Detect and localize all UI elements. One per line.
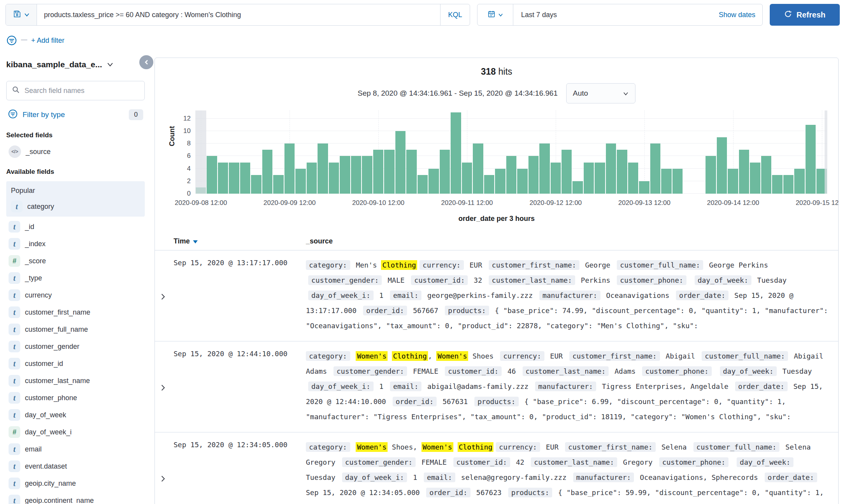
histogram-bar [539, 144, 549, 194]
field-item-day_of_week_i[interactable]: #day_of_week_i [6, 424, 145, 441]
highlighted-term: Clothing [381, 260, 417, 270]
field-name: event.dataset [25, 462, 67, 471]
highlighted-term: Women's [436, 351, 468, 361]
source-column-header: _source [306, 237, 333, 245]
discover-main-panel: 318 hits Sep 8, 2020 @ 14:34:16.961 - Se… [154, 58, 839, 504]
field-item-email[interactable]: temail [6, 441, 145, 458]
histogram-bar [384, 150, 394, 194]
highlighted-term: Clothing [392, 351, 428, 361]
add-filter-button[interactable]: + Add filter [31, 37, 65, 45]
quick-select-menu-button[interactable] [477, 4, 513, 25]
field-item-customer_gender[interactable]: tcustomer_gender [6, 338, 145, 355]
histogram-time-range: Sep 8, 2020 @ 14:34:16.961 - Sep 15, 202… [358, 89, 558, 98]
field-chip: customer_last_name: [531, 457, 617, 467]
query-text: products.taxless_price >= 60 AND categor… [44, 11, 241, 19]
field-item-_score[interactable]: #_score [6, 252, 145, 270]
histogram-bar [329, 163, 339, 194]
histogram-bar [362, 156, 372, 194]
field-chip: currency: [500, 351, 544, 361]
field-chip: customer_first_name: [565, 442, 656, 452]
field-chip: day_of_week_i: [342, 472, 407, 482]
time-column-header[interactable]: Time [174, 237, 306, 245]
expand-row-icon[interactable] [155, 257, 174, 333]
y-tick-label: 12 [175, 115, 191, 122]
time-range-value[interactable]: Last 7 days [513, 11, 719, 19]
y-tick-label: 4 [175, 165, 191, 173]
collapse-sidebar-button[interactable] [139, 55, 153, 69]
number-field-icon: # [9, 255, 20, 267]
field-chip: customer_phone: [659, 457, 729, 467]
field-item-_index[interactable]: t_index [6, 235, 145, 252]
field-chip: customer_last_name: [523, 366, 609, 376]
histogram-bar [295, 169, 305, 194]
field-item-customer_first_name[interactable]: tcustomer_first_name [6, 304, 145, 321]
field-item-customer_id[interactable]: tcustomer_id [6, 355, 145, 372]
histogram-bar [218, 163, 228, 194]
field-item-customer_phone[interactable]: tcustomer_phone [6, 389, 145, 406]
histogram-bar [672, 169, 683, 194]
field-chip: day_of_week: [695, 275, 751, 285]
field-chip: customer_first_name: [489, 260, 579, 270]
out-of-range-shade-right [825, 110, 827, 194]
interval-select[interactable]: Auto [566, 83, 635, 103]
histogram-bar [428, 169, 439, 194]
field-name: _index [25, 240, 46, 248]
query-input[interactable]: products.taxless_price >= 60 AND categor… [37, 4, 440, 25]
text-field-icon: t [9, 495, 20, 504]
field-item-geoip.continent_name[interactable]: tgeoip.continent_name [6, 492, 145, 504]
popular-fields-list: tcategory [9, 198, 142, 215]
index-pattern-switch-chevron-icon[interactable] [107, 62, 114, 67]
text-field-icon: t [9, 409, 20, 421]
field-item-customer_last_name[interactable]: tcustomer_last_name [6, 372, 145, 389]
histogram-bar [595, 163, 605, 194]
text-field-icon: t [9, 324, 20, 335]
field-chip: products: [445, 306, 489, 315]
histogram-bar [240, 163, 250, 194]
histogram-plot[interactable] [195, 110, 827, 194]
refresh-button[interactable]: Refresh [770, 4, 840, 26]
highlighted-term: Women's [356, 351, 388, 361]
hits-count-line: 318 hits [155, 66, 838, 77]
field-chip: order_date: [676, 290, 728, 300]
expand-row-icon[interactable] [155, 439, 174, 504]
popular-heading: Popular [9, 184, 142, 198]
field-name: customer_last_name [25, 377, 90, 385]
row-source: category: Women's Shoes, Women's Clothin… [306, 439, 838, 504]
histogram-bar [562, 150, 572, 194]
field-chip: order_id: [426, 488, 470, 497]
show-dates-button[interactable]: Show dates [719, 11, 762, 19]
field-item-event.dataset[interactable]: tevent.dataset [6, 458, 145, 475]
field-item-category[interactable]: tcategory [9, 198, 142, 215]
x-tick-label: 2020-09-09 12:00 [263, 199, 316, 207]
highlighted-term: Clothing [458, 442, 494, 452]
field-item-day_of_week[interactable]: tday_of_week [6, 406, 145, 424]
filter-options-icon[interactable] [6, 35, 17, 46]
histogram-bar [706, 156, 716, 194]
field-name: day_of_week_i [25, 428, 72, 436]
histogram-bar [473, 144, 483, 194]
field-search-input[interactable] [25, 87, 139, 95]
field-chip: order_date: [765, 472, 817, 482]
saved-query-menu-button[interactable] [6, 4, 37, 25]
filter-by-type[interactable]: Filter by type 0 [6, 106, 145, 124]
field-item-currency[interactable]: tcurrency [6, 287, 145, 304]
query-language-button[interactable]: KQL [440, 4, 470, 25]
field-name: _source [26, 148, 51, 156]
histogram-bar [772, 175, 782, 194]
field-item-_type[interactable]: t_type [6, 270, 145, 287]
histogram-bar [528, 156, 539, 194]
field-item-customer_full_name[interactable]: tcustomer_full_name [6, 321, 145, 338]
histogram-bar [806, 125, 816, 194]
x-tick-label: 2020-09-10 12:00 [352, 199, 404, 207]
field-item-_source[interactable]: </>_source [6, 143, 145, 160]
field-chip: day_of_week_i: [308, 290, 374, 300]
y-tick-label: 2 [175, 177, 191, 185]
field-item-_id[interactable]: t_id [6, 218, 145, 235]
x-axis-title: order_date per 3 hours [155, 215, 838, 223]
histogram-bar [572, 181, 583, 194]
expand-row-icon[interactable] [155, 348, 174, 424]
field-item-geoip.city_name[interactable]: tgeoip.city_name [6, 475, 145, 492]
filter-count-badge: 0 [129, 109, 143, 120]
hits-count: 318 [481, 66, 496, 77]
field-search [6, 81, 145, 100]
